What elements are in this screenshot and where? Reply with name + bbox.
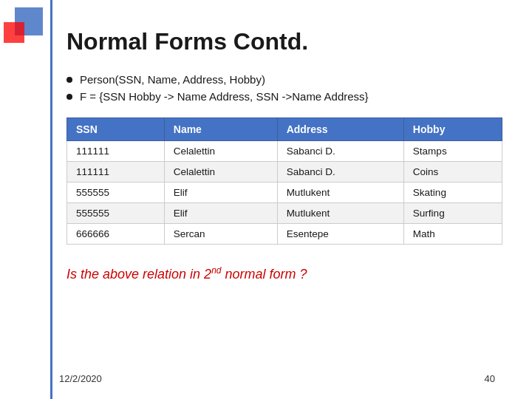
question-text: Is the above relation in 2nd normal form… [66,265,495,282]
cell-0-3: Stamps [403,141,502,162]
bullet-dot-1 [66,77,72,83]
cell-4-2: Esentepe [277,224,403,245]
slide-container: Normal Forms Contd. Person(SSN, Name, Ad… [0,0,532,399]
footer-date: 12/2/2020 [59,373,102,384]
question-sup: nd [211,265,221,276]
cell-3-2: Mutlukent [277,203,403,224]
cell-1-3: Coins [403,162,502,183]
data-table: SSN Name Address Hobby 111111CelalettinS… [66,117,502,245]
cell-1-1: Celalettin [164,162,277,183]
bullet-text-1: Person(SSN, Name, Address, Hobby) [80,73,265,86]
footer: 12/2/2020 40 [59,373,495,384]
left-border-accent [50,0,52,399]
cell-2-3: Skating [403,183,502,203]
col-header-ssn: SSN [67,118,165,141]
bullets-section: Person(SSN, Name, Address, Hobby) F = {S… [66,73,495,103]
cell-4-0: 666666 [67,224,165,245]
cell-4-1: Sercan [164,224,277,245]
cell-1-2: Sabanci D. [277,162,403,183]
table-row: 555555ElifMutlukentSkating [67,183,502,203]
bullet-item-1: Person(SSN, Name, Address, Hobby) [66,73,495,86]
cell-0-2: Sabanci D. [277,141,403,162]
slide-title: Normal Forms Contd. [66,28,495,55]
table-row: 555555ElifMutlukentSurfing [67,203,502,224]
cell-0-1: Celalettin [164,141,277,162]
cell-2-2: Mutlukent [277,183,403,203]
cell-4-3: Math [403,224,502,245]
table-row: 666666SercanEsentepeMath [67,224,502,245]
cell-3-1: Elif [164,203,277,224]
deco-red-square [4,22,24,43]
bullet-item-2: F = {SSN Hobby -> Name Address, SSN ->Na… [66,90,495,103]
col-header-hobby: Hobby [403,118,502,141]
col-header-address: Address [277,118,403,141]
table-row: 111111CelalettinSabanci D.Coins [67,162,502,183]
cell-2-1: Elif [164,183,277,203]
cell-1-0: 111111 [67,162,165,183]
footer-page: 40 [485,373,495,384]
cell-3-0: 555555 [67,203,165,224]
question-main: Is the above relation in 2 [66,267,211,282]
cell-2-0: 555555 [67,183,165,203]
table-row: 111111CelalettinSabanci D.Stamps [67,141,502,162]
bullet-dot-2 [66,94,72,100]
decorative-squares [0,0,44,59]
cell-0-0: 111111 [67,141,165,162]
table-header-row: SSN Name Address Hobby [67,118,502,141]
cell-3-3: Surfing [403,203,502,224]
bullet-text-2: F = {SSN Hobby -> Name Address, SSN ->Na… [80,90,369,103]
col-header-name: Name [164,118,277,141]
question-suffix: normal form ? [222,267,307,282]
